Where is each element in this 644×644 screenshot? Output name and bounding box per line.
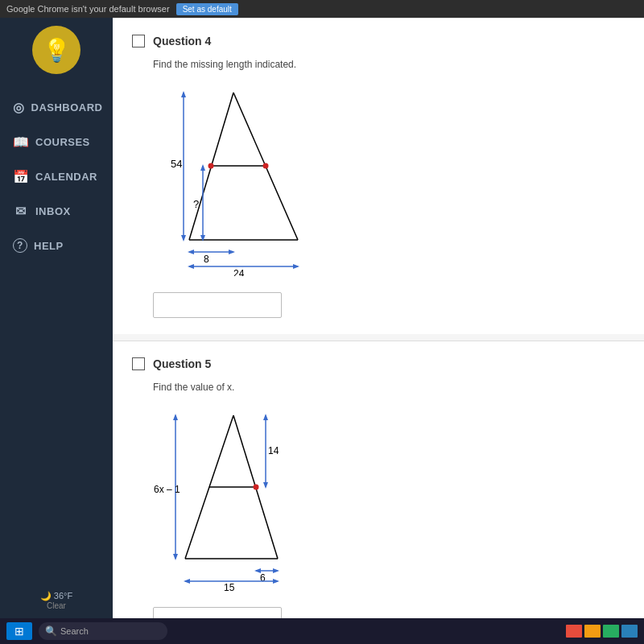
question-5-title: Question 5 <box>153 357 211 370</box>
svg-marker-28 <box>263 482 268 489</box>
question-4-checkbox[interactable] <box>132 35 145 47</box>
sidebar-label-help: HELP <box>34 240 64 252</box>
taskbar-icon-yellow <box>584 625 601 638</box>
sidebar-label-dashboard: DASHBOARD <box>31 101 103 114</box>
question-5-instructions: Find the value of x. <box>153 382 625 393</box>
sidebar-nav: ◎ DASHBOARD 📖 COURSES 📅 CALENDAR ✉ INBOX… <box>0 90 113 262</box>
windows-icon: ⊞ <box>14 625 24 638</box>
sidebar-item-courses[interactable]: 📖 COURSES <box>0 125 113 159</box>
taskbar-right <box>566 625 638 638</box>
svg-text:24: 24 <box>233 268 245 276</box>
svg-marker-5 <box>181 91 186 97</box>
question-4-diagram: 54 ? 8 24 <box>153 83 625 279</box>
question-5-checkbox[interactable] <box>132 357 145 370</box>
svg-marker-27 <box>263 414 268 420</box>
chrome-bar-text: Google Chrome isn't your default browser <box>6 4 170 14</box>
svg-marker-8 <box>200 164 205 171</box>
svg-marker-20 <box>293 264 299 269</box>
set-default-button[interactable]: Set as default <box>176 3 238 15</box>
taskbar-search[interactable]: 🔍 Search <box>39 622 167 640</box>
courses-icon: 📖 <box>13 134 29 150</box>
svg-text:6: 6 <box>260 572 266 584</box>
svg-marker-9 <box>200 235 205 242</box>
sidebar-label-courses: COURSES <box>35 136 90 148</box>
question-4-instructions: Find the missing length indicated. <box>153 59 625 70</box>
question-4-header: Question 4 <box>132 35 625 47</box>
svg-text:54: 54 <box>171 158 182 170</box>
question-4-block: Question 4 Find the missing length indic… <box>113 18 644 334</box>
start-button[interactable]: ⊞ <box>6 622 32 640</box>
taskbar-icon-group <box>566 625 638 638</box>
weather-desc: Clear <box>40 601 72 610</box>
svg-marker-40 <box>184 579 190 584</box>
q4-svg: 54 ? 8 24 <box>153 83 330 276</box>
question-4-answer-input[interactable] <box>153 292 282 318</box>
svg-text:15: 15 <box>224 582 235 591</box>
q5-svg: 14 6x – 1 6 <box>153 406 314 591</box>
sidebar-label-inbox: INBOX <box>35 205 71 217</box>
svg-text:8: 8 <box>204 254 209 265</box>
help-icon: ? <box>13 238 27 253</box>
taskbar-icon-red <box>566 625 582 638</box>
chrome-bar: Google Chrome isn't your default browser… <box>0 0 644 18</box>
content-area: Question 4 Find the missing length indic… <box>113 18 644 618</box>
svg-text:?: ? <box>193 198 199 210</box>
sidebar-item-calendar[interactable]: 📅 CALENDAR <box>0 159 113 194</box>
dashboard-icon: ◎ <box>13 100 25 115</box>
logo-icon: 💡 <box>43 37 71 64</box>
logo-area: 💡 <box>32 26 80 74</box>
svg-text:14: 14 <box>268 445 279 456</box>
svg-marker-19 <box>188 264 194 269</box>
svg-marker-15 <box>188 250 194 254</box>
question-5-diagram: 14 6x – 1 6 <box>153 406 625 594</box>
svg-point-34 <box>254 485 259 490</box>
taskbar-icon-green <box>603 625 619 638</box>
taskbar: ⊞ 🔍 Search <box>0 618 644 644</box>
sidebar-item-dashboard[interactable]: ◎ DASHBOARD <box>0 90 113 125</box>
question-5-block: Question 5 Find the value of x. 14 <box>113 341 644 618</box>
svg-marker-6 <box>181 235 186 242</box>
svg-marker-41 <box>273 579 279 584</box>
sidebar-label-calendar: CALENDAR <box>35 171 97 183</box>
calendar-icon: 📅 <box>13 169 29 184</box>
sidebar-bottom: 🌙 36°F Clear <box>32 583 80 618</box>
svg-marker-16 <box>229 250 235 254</box>
svg-text:6x – 1: 6x – 1 <box>154 484 180 495</box>
main-layout: 💡 ◎ DASHBOARD 📖 COURSES 📅 CALENDAR ✉ INB… <box>0 18 644 618</box>
search-label: Search <box>60 626 89 636</box>
search-icon: 🔍 <box>45 625 57 637</box>
svg-marker-32 <box>173 554 178 560</box>
weather-temp: 🌙 36°F <box>40 591 72 601</box>
sidebar-item-help[interactable]: ? HELP <box>0 229 113 262</box>
svg-point-13 <box>263 163 269 169</box>
question-4-title: Question 4 <box>153 35 211 47</box>
question-5-answer-input[interactable] <box>153 607 282 618</box>
sidebar-item-inbox[interactable]: ✉ INBOX <box>0 194 113 229</box>
inbox-icon: ✉ <box>13 204 29 219</box>
sidebar: 💡 ◎ DASHBOARD 📖 COURSES 📅 CALENDAR ✉ INB… <box>0 18 113 618</box>
svg-point-12 <box>208 163 214 169</box>
svg-marker-31 <box>173 414 178 420</box>
question-5-header: Question 5 <box>132 357 625 370</box>
taskbar-icon-blue <box>621 625 638 638</box>
svg-marker-37 <box>273 568 279 573</box>
